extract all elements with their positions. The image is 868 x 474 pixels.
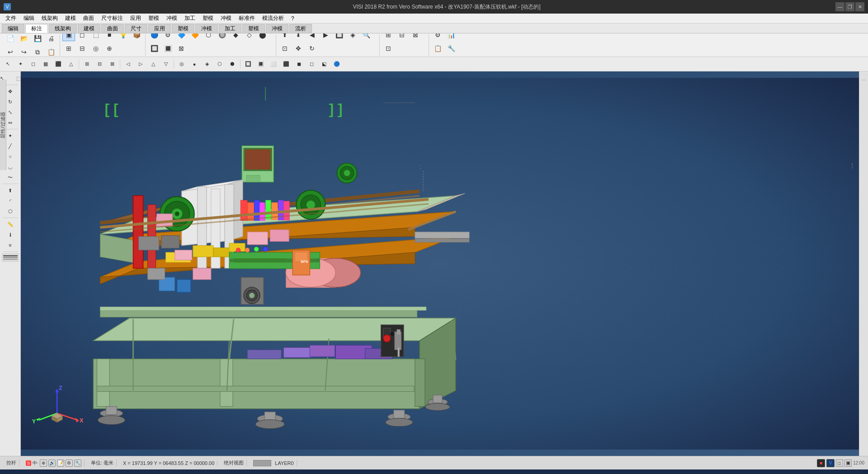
ltool-measure[interactable]: 📏 [2, 219, 19, 229]
t2-btn-o[interactable]: ⬜ [268, 58, 279, 70]
btn-sys2[interactable]: 📊 [445, 33, 458, 41]
menu-standard[interactable]: 标准件 [235, 14, 259, 23]
tab-edit[interactable]: 编辑 [2, 24, 24, 33]
t2-btn-b[interactable]: ⊟ [94, 58, 105, 70]
btn-view-zoom[interactable]: 🔍 [360, 33, 373, 41]
menu-dimension[interactable]: 尺寸标注 [98, 14, 127, 23]
btn-render[interactable]: 💡 [117, 33, 129, 41]
btn-img12[interactable]: ⊠ [175, 42, 188, 55]
t2-btn-n[interactable]: 🔳 [255, 58, 267, 70]
t2-btn-s[interactable]: ⬕ [318, 58, 330, 70]
tab-wireframe[interactable]: 线架构 [49, 24, 77, 33]
t2-btn-e[interactable]: ▷ [135, 58, 146, 70]
btn-hidden-line[interactable]: ⬚ [90, 33, 102, 41]
tab-punch2[interactable]: 冲模 [266, 24, 288, 33]
ime-icon6[interactable]: 🔧 [74, 460, 81, 467]
tab-dimension[interactable]: 尺寸 [125, 24, 147, 33]
t2-btn-edge[interactable]: △ [65, 58, 77, 70]
t2-btn-line[interactable]: ◻ [27, 58, 39, 70]
t2-btn-l[interactable]: ⬢ [226, 58, 238, 70]
menu-help[interactable]: ? [288, 14, 298, 23]
btn-img8[interactable]: ◇ [243, 33, 255, 41]
t2-btn-g[interactable]: ▽ [160, 58, 172, 70]
ltool-info[interactable]: ℹ [2, 230, 19, 240]
taskbar-icon-1[interactable]: ■ [817, 459, 825, 467]
btn-solid[interactable]: ■ [103, 33, 116, 41]
btn-img5[interactable]: ⬡ [202, 33, 215, 41]
btn-copy[interactable]: ⧉ [31, 46, 44, 57]
menu-mold2[interactable]: 塑模 [199, 14, 217, 23]
menu-surface[interactable]: 曲面 [80, 14, 98, 23]
ltool-fillet[interactable]: ◜ [2, 196, 19, 206]
btn-box[interactable]: 📦 [130, 33, 143, 41]
btn-view-fit[interactable]: ⊡ [278, 42, 291, 55]
tab-apply[interactable]: 应用 [148, 24, 171, 33]
btn-img7[interactable]: ◆ [229, 33, 242, 41]
menu-draft[interactable]: 塑模 [145, 14, 163, 23]
btn-img11[interactable]: 🔳 [161, 42, 174, 55]
ime-icon3[interactable]: 🔊 [48, 460, 56, 467]
btn-view4[interactable]: ▶ [319, 33, 332, 41]
btn-select-all[interactable]: ⊕ [103, 42, 116, 55]
btn-sys3[interactable]: 📋 [431, 42, 444, 55]
t2-btn-face[interactable]: ▦ [40, 58, 52, 70]
t2-btn-f[interactable]: △ [147, 58, 159, 70]
t2-btn-j[interactable]: ◈ [201, 58, 213, 70]
ltool-properties[interactable]: ≡ [2, 240, 19, 250]
t2-btn-t[interactable]: 🔵 [331, 58, 343, 70]
btn-redo[interactable]: ↪ [18, 46, 30, 57]
t2-btn-select[interactable]: ↖ [2, 58, 14, 70]
btn-wp4[interactable]: ⊡ [382, 42, 395, 55]
t2-btn-k[interactable]: ⬡ [214, 58, 226, 70]
t2-btn-i[interactable]: ● [189, 58, 200, 70]
minimize-button[interactable]: — [835, 2, 844, 11]
tab-annotation[interactable]: 标注 [25, 24, 48, 33]
btn-wireframe[interactable]: ◻ [76, 33, 89, 41]
ime-icon5[interactable]: ⚙ [66, 460, 73, 467]
tab-machining2[interactable]: 加工 [219, 24, 241, 33]
btn-view-rotate[interactable]: ↻ [306, 42, 318, 55]
ltool-extrude[interactable]: ⬆ [2, 185, 19, 195]
btn-show-all[interactable]: ⊟ [76, 42, 89, 55]
t2-btn-a[interactable]: ⊞ [81, 58, 93, 70]
display-icon[interactable]: ◫ [836, 460, 843, 467]
menu-wireframe[interactable]: 线架构 [38, 14, 61, 23]
menu-die2[interactable]: 冲模 [217, 14, 235, 23]
btn-wp3[interactable]: ⊠ [409, 33, 422, 41]
btn-open[interactable]: 📂 [18, 33, 30, 45]
ime-icon4[interactable]: 📝 [57, 460, 64, 467]
menu-file[interactable]: 文件 [2, 14, 20, 23]
btn-view1[interactable]: ⬆ [278, 33, 291, 41]
t2-btn-d[interactable]: ◁ [122, 58, 134, 70]
t2-btn-c[interactable]: ⊠ [106, 58, 118, 70]
tab-modeling[interactable]: 建模 [78, 24, 100, 33]
btn-sys4[interactable]: 🔧 [445, 42, 458, 55]
t2-btn-h[interactable]: ◎ [176, 58, 188, 70]
tab-flow[interactable]: 流析 [289, 24, 312, 33]
btn-new[interactable]: 📄 [4, 33, 17, 45]
menu-model[interactable]: 建模 [61, 14, 80, 23]
btn-wp2[interactable]: ⊟ [396, 33, 408, 41]
t2-btn-solid[interactable]: ⬛ [52, 58, 64, 70]
btn-print[interactable]: 🖨 [45, 33, 57, 45]
btn-img2[interactable]: ⚙ [161, 33, 174, 41]
close-button[interactable]: ✕ [855, 2, 864, 11]
btn-view-front[interactable]: 🔲 [333, 33, 345, 41]
btn-view-iso[interactable]: ◈ [346, 33, 359, 41]
viewport-3d[interactable]: [ [ ] ] : [21, 71, 859, 456]
btn-view3[interactable]: ◀ [306, 33, 318, 41]
t2-btn-p[interactable]: ⬛ [280, 58, 292, 70]
menu-apply[interactable]: 应用 [127, 14, 145, 23]
btn-view2[interactable]: ⬇ [292, 33, 305, 41]
tab-surface[interactable]: 曲面 [101, 24, 124, 33]
btn-sys1[interactable]: ⚙ [431, 33, 444, 41]
t2-btn-r[interactable]: ◻ [306, 58, 317, 70]
restore-button[interactable]: ❐ [845, 2, 854, 11]
t2-btn-point[interactable]: ✦ [14, 58, 26, 70]
t2-btn-q[interactable]: ◼ [293, 58, 305, 70]
sogou-icon[interactable]: S [26, 460, 31, 466]
btn-img1[interactable]: 🔵 [148, 33, 160, 41]
btn-filter[interactable]: ⊞ [62, 42, 75, 55]
taskbar-icon-2[interactable]: V [826, 459, 835, 467]
menu-stamp[interactable]: 冲模 [163, 14, 181, 23]
